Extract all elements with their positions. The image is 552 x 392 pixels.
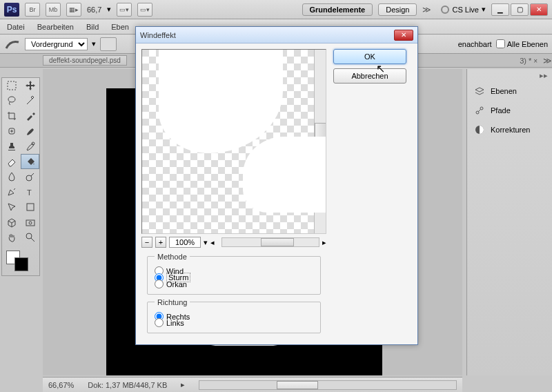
bridge-icon[interactable]: Br — [25, 3, 40, 17]
cancel-button[interactable]: Abbrechen — [333, 68, 406, 84]
svg-text:T: T — [27, 188, 32, 197]
zoom-tool-icon[interactable] — [21, 230, 39, 245]
background-swatch[interactable] — [14, 257, 28, 271]
radio-links[interactable]: Links — [155, 318, 313, 327]
ok-button[interactable]: OK — [333, 49, 406, 64]
svg-point-8 — [29, 222, 32, 224]
cs-live-button[interactable]: CS Live ▾ — [441, 5, 486, 14]
dialog-close-button[interactable]: ✕ — [394, 30, 413, 41]
preview-horizontal-scrollbar[interactable] — [221, 237, 319, 247]
wand-tool-icon[interactable] — [21, 93, 39, 108]
horizontal-scrollbar[interactable] — [199, 380, 457, 390]
status-bar: 66,67% Dok: 1,37 MB/448,7 KB ▸ — [43, 377, 462, 392]
zoom-in-button[interactable]: + — [155, 237, 166, 248]
preview-scroll-left-icon[interactable]: ◂ — [210, 238, 215, 247]
svg-rect-6 — [27, 204, 34, 210]
panel-dock: ▸▸ Ebenen Pfade Korrekturen — [466, 69, 552, 375]
methode-label: Methode — [155, 253, 190, 261]
heal-tool-icon[interactable] — [2, 124, 21, 139]
hand-tool-icon[interactable] — [2, 230, 21, 245]
panel-ebenen[interactable]: Ebenen — [467, 81, 552, 101]
menu-bild[interactable]: Bild — [86, 23, 99, 31]
wind-dialog: Windeffekt ✕ − + 100% ▾ ◂ ▸ Methode Wind… — [135, 26, 418, 345]
app-top-bar: Ps Br Mb ▦▸ 66,7▾ ▭▾ ▭▾ Grundelemente De… — [0, 0, 552, 19]
dodge-tool-icon[interactable] — [21, 169, 39, 184]
screen-mode-icon[interactable]: ▭▾ — [117, 3, 132, 17]
menu-datei[interactable]: Datei — [7, 23, 25, 31]
window-maximize-button[interactable]: ▢ — [511, 3, 529, 16]
svg-rect-0 — [8, 81, 16, 90]
svg-rect-7 — [26, 220, 34, 226]
document-tab[interactable]: deffekt-soundpegel.psd — [43, 55, 127, 66]
type-tool-icon[interactable]: T — [21, 184, 39, 199]
dialog-titlebar[interactable]: Windeffekt ✕ — [136, 27, 417, 43]
swatch-preview-icon[interactable] — [100, 37, 117, 51]
workspace-more-icon[interactable]: ≫ — [422, 5, 431, 14]
zoom-level[interactable]: 66,7 — [87, 6, 101, 14]
arrange-icon[interactable]: ▭▾ — [137, 3, 152, 17]
methode-group: Methode Wind Sturm Orkan — [147, 256, 321, 295]
color-swatches[interactable] — [2, 248, 39, 275]
panel-expand-icon[interactable]: ▸▸ — [467, 69, 552, 81]
menu-bearbeiten[interactable]: Bearbeiten — [37, 23, 74, 31]
eyedropper-tool-icon[interactable] — [21, 108, 39, 124]
paths-icon — [474, 105, 485, 116]
fill-source-select[interactable]: Vordergrund — [25, 38, 88, 50]
filmstrip-icon[interactable]: ▦▸ — [66, 3, 81, 17]
workspace-grundelemente[interactable]: Grundelemente — [302, 3, 373, 16]
alle-ebenen-checkbox[interactable]: Alle Ebenen — [496, 39, 548, 48]
document-tab-extra[interactable]: 3) * × — [520, 57, 543, 65]
tool-palette: T — [1, 77, 40, 276]
blur-tool-icon[interactable] — [2, 169, 21, 184]
crop-tool-icon[interactable] — [2, 108, 21, 124]
richtung-label: Richtung — [155, 298, 190, 306]
svg-point-1 — [8, 97, 15, 102]
layers-icon — [474, 86, 485, 97]
tabs-overflow-icon[interactable]: ≫ — [543, 56, 552, 66]
camera-tool-icon[interactable] — [21, 215, 39, 230]
current-tool-icon[interactable] — [4, 37, 21, 51]
preview-zoom-value[interactable]: 100% — [169, 237, 201, 248]
status-zoom[interactable]: 66,67% — [48, 381, 74, 389]
preview-vertical-scrollbar[interactable] — [314, 50, 326, 233]
bucket-tool-icon[interactable] — [21, 154, 39, 169]
window-minimize-button[interactable]: ▁ — [491, 3, 509, 16]
status-doc-info[interactable]: Dok: 1,37 MB/448,7 KB — [88, 381, 167, 389]
preview-scroll-right-icon[interactable]: ▸ — [322, 238, 326, 247]
svg-point-9 — [26, 233, 32, 239]
shape-tool-icon[interactable] — [21, 199, 39, 215]
adjustments-icon — [474, 124, 485, 135]
stamp-tool-icon[interactable] — [2, 139, 21, 154]
benachbart-checkbox[interactable]: enachbart — [458, 40, 492, 48]
eraser-tool-icon[interactable] — [2, 154, 21, 169]
menu-ebene[interactable]: Eben — [111, 23, 129, 31]
path-select-tool-icon[interactable] — [2, 199, 21, 215]
window-close-button[interactable]: ✕ — [530, 3, 548, 16]
panel-korrekturen[interactable]: Korrekturen — [467, 120, 552, 139]
3d-tool-icon[interactable] — [2, 215, 21, 230]
zoom-dropdown-icon[interactable]: ▾ — [204, 238, 208, 247]
history-brush-tool-icon[interactable] — [21, 139, 39, 154]
marquee-tool-icon[interactable] — [2, 78, 21, 93]
panel-pfade[interactable]: Pfade — [467, 101, 552, 120]
cs-live-icon — [441, 6, 449, 14]
zoom-out-button[interactable]: − — [141, 237, 152, 248]
workspace-design[interactable]: Design — [378, 3, 417, 16]
move-tool-icon[interactable] — [21, 78, 39, 93]
radio-orkan[interactable]: Orkan — [155, 280, 313, 288]
pen-tool-icon[interactable] — [2, 184, 21, 199]
dialog-preview[interactable] — [141, 49, 326, 234]
photoshop-logo[interactable]: Ps — [4, 3, 19, 17]
brush-tool-icon[interactable] — [21, 124, 39, 139]
lasso-tool-icon[interactable] — [2, 93, 21, 108]
svg-point-4 — [26, 175, 32, 181]
richtung-group: Richtung Rechts Links — [147, 302, 321, 333]
dialog-title: Windeffekt — [140, 31, 176, 39]
mini-bridge-icon[interactable]: Mb — [46, 3, 61, 17]
